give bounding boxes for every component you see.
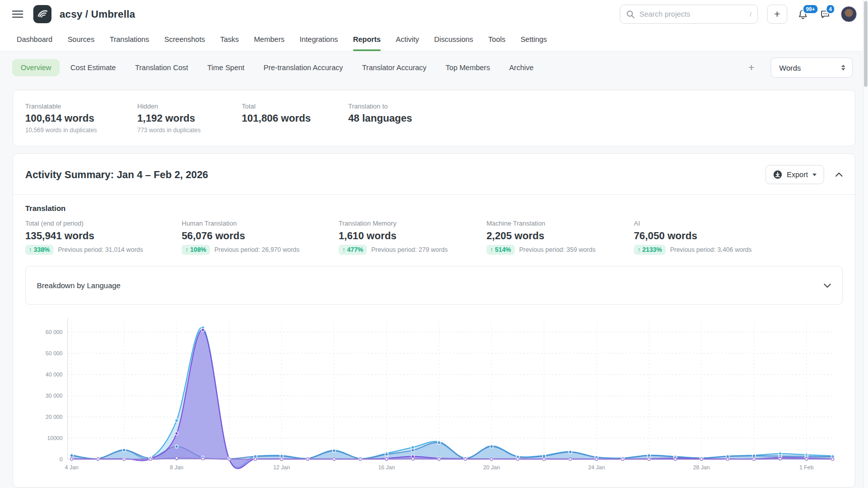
nav-item-tasks[interactable]: Tasks	[220, 28, 239, 51]
delta-badge: ↑ 514%	[486, 245, 515, 255]
nav-item-translations[interactable]: Translations	[110, 28, 149, 51]
metric-label: AI	[634, 220, 752, 227]
svg-text:10000: 10000	[47, 435, 63, 441]
metric-human-translation: Human Translation 56,076 words ↑ 108% Pr…	[182, 220, 339, 255]
stat-value: 48 languages	[348, 113, 412, 124]
scrollbar-thumb[interactable]	[864, 1, 867, 87]
svg-text:0: 0	[60, 456, 63, 462]
nav-item-integrations[interactable]: Integrations	[300, 28, 338, 51]
export-button[interactable]: Export	[766, 165, 824, 184]
stat-value: 1,192 words	[137, 113, 242, 124]
metric-ai: AI 76,050 words ↑ 2133% Previous period:…	[634, 220, 752, 255]
metric-value: 2,205 words	[486, 230, 634, 242]
metric-label: Machine Translation	[486, 220, 634, 227]
nav-item-sources[interactable]: Sources	[68, 28, 94, 51]
collapse-section-button[interactable]	[835, 172, 843, 177]
nav-item-screenshots[interactable]: Screenshots	[165, 28, 205, 51]
app-logo[interactable]	[33, 5, 51, 23]
metric-value: 76,050 words	[634, 230, 752, 242]
main-navigation: Dashboard Sources Translations Screensho…	[0, 28, 868, 51]
nav-item-reports[interactable]: Reports	[353, 28, 381, 51]
activity-header: Activity Summary: Jan 4 – Feb 2, 2026 Ex…	[13, 154, 855, 194]
nav-item-dashboard[interactable]: Dashboard	[17, 28, 52, 51]
search-projects-box[interactable]: /	[620, 5, 758, 24]
metric-value: 1,610 words	[339, 230, 486, 242]
page-scrollbar[interactable]	[863, 0, 868, 488]
top-bar: acsy / Umbrella / + 99+ 4	[0, 0, 868, 28]
caret-down-icon	[812, 174, 817, 176]
project-words-summary-card: Translatable 100,614 words 10,569 words …	[13, 90, 855, 146]
stat-hidden: Hidden 1,192 words 773 words in duplicat…	[137, 102, 242, 134]
logo-glyph-icon	[36, 8, 48, 20]
arrow-up-icon: ↑	[342, 246, 345, 253]
stat-label: Translation to	[348, 102, 412, 110]
svg-text:16 Jan: 16 Jan	[378, 464, 395, 470]
stat-value: 101,806 words	[242, 113, 348, 124]
metric-total-end-of-period: Total (end of period) 135,941 words ↑ 33…	[25, 220, 182, 255]
nav-item-activity[interactable]: Activity	[396, 28, 419, 51]
stat-label: Hidden	[137, 102, 242, 110]
project-title: acsy / Umbrella	[60, 9, 135, 20]
activity-title: Activity Summary: Jan 4 – Feb 2, 2026	[25, 169, 208, 181]
metric-label: Total (end of period)	[25, 220, 182, 227]
previous-period-text: Previous period: 359 words	[519, 246, 595, 253]
tab-pretranslation-accuracy[interactable]: Pre-translation Accuracy	[255, 59, 351, 76]
tab-cost-estimate[interactable]: Cost Estimate	[62, 59, 124, 76]
tab-archive[interactable]: Archive	[501, 59, 542, 76]
delta-badge: ↑ 477%	[339, 245, 367, 255]
svg-text:12 Jan: 12 Jan	[273, 464, 290, 470]
delta-badge: ↑ 338%	[25, 245, 53, 255]
create-project-button[interactable]: +	[767, 5, 787, 24]
activity-summary-card: Activity Summary: Jan 4 – Feb 2, 2026 Ex…	[13, 153, 855, 487]
user-avatar[interactable]	[841, 6, 857, 22]
add-report-button[interactable]: +	[741, 62, 762, 74]
arrow-up-icon: ↑	[185, 246, 188, 253]
breakdown-by-language-toggle[interactable]: Breakdown by Language	[25, 266, 843, 305]
metric-label: Human Translation	[182, 220, 339, 227]
stat-translatable: Translatable 100,614 words 10,569 words …	[25, 102, 137, 134]
svg-text:20 000: 20 000	[45, 414, 63, 420]
nav-item-settings[interactable]: Settings	[520, 28, 547, 51]
svg-text:40 000: 40 000	[45, 371, 63, 377]
metric-translation-memory: Translation Memory 1,610 words ↑ 477% Pr…	[339, 220, 486, 255]
tab-time-spent[interactable]: Time Spent	[199, 59, 253, 76]
notifications-badge: 99+	[802, 4, 819, 14]
delta-badge: ↑ 2133%	[634, 245, 666, 255]
tab-translation-cost[interactable]: Translation Cost	[127, 59, 197, 76]
svg-text:1 Feb: 1 Feb	[799, 464, 813, 470]
nav-item-members[interactable]: Members	[254, 28, 284, 51]
metric-value: 135,941 words	[25, 230, 182, 242]
stat-note: 773 words in duplicates	[137, 127, 242, 134]
previous-period-text: Previous period: 279 words	[371, 246, 448, 253]
unit-selector[interactable]: Words	[771, 58, 853, 78]
previous-period-text: Previous period: 26,970 words	[214, 246, 300, 253]
stat-label: Total	[242, 102, 348, 110]
nav-item-tools[interactable]: Tools	[489, 28, 506, 51]
tab-translator-accuracy[interactable]: Translator Accuracy	[354, 59, 436, 76]
svg-text:8 Jan: 8 Jan	[170, 464, 184, 470]
svg-text:20 Jan: 20 Jan	[483, 464, 500, 470]
download-circle-icon	[773, 170, 782, 179]
messages-badge: 4	[826, 4, 835, 14]
search-input[interactable]	[639, 10, 745, 18]
search-shortcut-hint: /	[749, 11, 751, 18]
translation-metrics-row: Total (end of period) 135,941 words ↑ 33…	[25, 220, 843, 255]
tab-overview[interactable]: Overview	[12, 59, 60, 76]
previous-period-text: Previous period: 3,406 words	[670, 246, 752, 253]
svg-text:30 000: 30 000	[45, 393, 63, 399]
arrow-up-icon: ↑	[637, 246, 640, 253]
nav-item-discussions[interactable]: Discussions	[434, 28, 473, 51]
svg-text:4 Jan: 4 Jan	[65, 464, 79, 470]
hamburger-menu-icon[interactable]	[12, 9, 23, 20]
previous-period-text: Previous period: 31,014 words	[58, 246, 143, 253]
stat-label: Translatable	[25, 102, 137, 110]
messages-button[interactable]: 4	[819, 8, 832, 21]
reports-subnav: Overview Cost Estimate Translation Cost …	[0, 51, 868, 84]
metric-value: 56,076 words	[182, 230, 339, 242]
notifications-button[interactable]: 99+	[796, 8, 809, 21]
tab-top-members[interactable]: Top Members	[437, 59, 499, 76]
chevron-down-icon	[824, 281, 831, 290]
arrow-up-icon: ↑	[29, 246, 32, 253]
activity-chart[interactable]: 01000020 00030 00040 00050 00060 0004 Ja…	[25, 305, 843, 478]
metric-label: Translation Memory	[339, 220, 486, 227]
